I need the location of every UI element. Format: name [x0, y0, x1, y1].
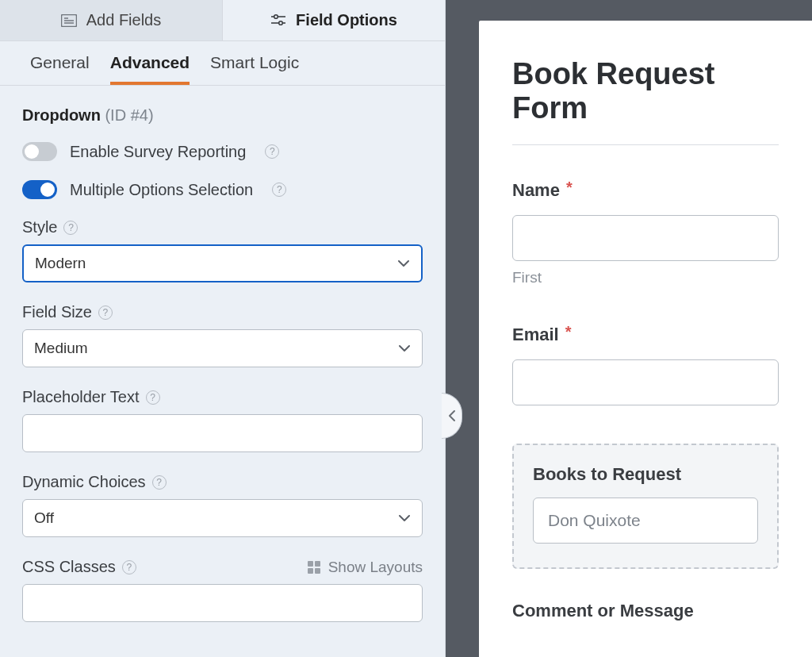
required-asterisk: * — [566, 181, 573, 194]
svg-rect-11 — [315, 568, 320, 574]
css-classes-label: CSS Classes — [22, 558, 116, 576]
name-first-sublabel: First — [512, 269, 779, 286]
svg-point-7 — [279, 21, 283, 25]
field-title: Dropdown (ID #4) — [22, 106, 423, 125]
dynamic-choices-value: Off — [34, 509, 54, 527]
subtab-general[interactable]: General — [30, 42, 90, 85]
books-dropdown[interactable]: Don Quixote — [533, 498, 758, 544]
subtab-smart-logic[interactable]: Smart Logic — [210, 42, 299, 85]
help-icon[interactable]: ? — [63, 221, 78, 235]
svg-rect-9 — [315, 561, 320, 567]
form-icon — [61, 14, 77, 27]
tab-field-options[interactable]: Field Options — [223, 0, 445, 40]
toggle-multiple-selection[interactable] — [22, 180, 57, 199]
field-size-value: Medium — [34, 340, 88, 357]
name-label: Name — [512, 180, 560, 201]
grid-icon — [308, 561, 320, 574]
tab-add-fields[interactable]: Add Fields — [0, 0, 223, 40]
field-type: Dropdown — [22, 106, 101, 124]
name-first-input[interactable] — [512, 215, 779, 261]
toggle-survey-reporting-label: Enable Survey Reporting — [70, 143, 246, 161]
help-icon[interactable]: ? — [122, 560, 136, 574]
css-classes-input[interactable] — [22, 584, 423, 622]
toggle-multiple-selection-label: Multiple Options Selection — [70, 181, 253, 199]
dynamic-choices-select[interactable]: Off — [22, 499, 423, 537]
sub-tabs: General Advanced Smart Logic — [0, 41, 445, 86]
chevron-down-icon — [398, 344, 411, 352]
help-icon[interactable]: ? — [98, 305, 113, 320]
selected-field-block[interactable]: Books to Request Don Quixote — [512, 444, 779, 569]
main-tabs: Add Fields Field Options — [0, 0, 445, 41]
help-icon[interactable]: ? — [265, 144, 279, 159]
help-icon[interactable]: ? — [146, 390, 160, 405]
show-layouts-button[interactable]: Show Layouts — [308, 559, 423, 576]
svg-point-5 — [274, 15, 278, 19]
placeholder-label: Placeholder Text — [22, 388, 140, 406]
placeholder-input[interactable] — [22, 414, 423, 452]
chevron-down-icon — [397, 259, 410, 267]
form-title: Book Request Form — [512, 57, 779, 125]
chevron-down-icon — [398, 514, 411, 522]
books-value: Don Quixote — [548, 511, 641, 530]
email-input[interactable] — [512, 359, 779, 405]
dynamic-choices-label: Dynamic Choices — [22, 473, 146, 491]
email-label: Email — [512, 325, 559, 345]
required-asterisk: * — [565, 325, 572, 338]
toggle-survey-reporting[interactable] — [22, 142, 57, 161]
help-icon[interactable]: ? — [152, 475, 167, 490]
style-value: Modern — [35, 255, 86, 272]
books-label: Books to Request — [533, 464, 681, 485]
svg-rect-10 — [308, 568, 313, 574]
field-size-select[interactable]: Medium — [22, 329, 423, 367]
svg-rect-8 — [308, 561, 313, 567]
tab-field-options-label: Field Options — [296, 11, 397, 29]
style-label: Style — [22, 218, 57, 236]
field-size-label: Field Size — [22, 303, 92, 321]
show-layouts-label: Show Layouts — [328, 559, 423, 576]
help-icon[interactable]: ? — [272, 182, 286, 197]
divider — [512, 144, 779, 145]
sliders-icon — [270, 13, 286, 26]
subtab-advanced[interactable]: Advanced — [110, 42, 190, 85]
comment-label: Comment or Message — [512, 601, 694, 621]
form-preview: Book Request Form Name * First Email * B… — [446, 0, 812, 657]
field-id: (ID #4) — [105, 106, 153, 124]
style-select[interactable]: Modern — [22, 244, 423, 282]
tab-add-fields-label: Add Fields — [86, 11, 162, 29]
